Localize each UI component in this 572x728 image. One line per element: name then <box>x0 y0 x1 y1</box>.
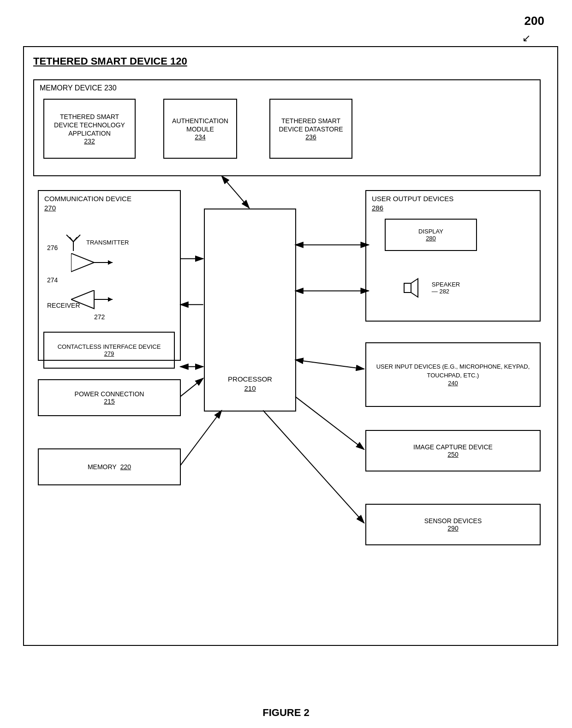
tethered-smart-device-title: TETHERED SMART DEVICE 120 <box>33 55 187 67</box>
processor-num: 210 <box>205 384 295 392</box>
receiver-triangle <box>71 290 113 313</box>
svg-line-16 <box>222 176 250 208</box>
power-label: POWER CONNECTION <box>75 390 144 398</box>
memory220-label: MEMORY <box>88 463 117 471</box>
image-capture-label: IMAGE CAPTURE DEVICE <box>413 443 493 451</box>
display-num: 280 <box>426 235 436 242</box>
svg-line-21 <box>180 411 222 466</box>
svg-marker-10 <box>108 297 113 302</box>
processor-label: PROCESSOR <box>205 375 295 383</box>
contactless-num: 279 <box>104 350 114 357</box>
transmitter-triangle <box>71 253 113 276</box>
processor-box: PROCESSOR 210 <box>204 209 296 412</box>
user-input-inner: USER INPUT DEVICES (E.G., MICROPHONE, KE… <box>366 343 540 406</box>
label-274: 274 <box>47 276 58 284</box>
display-label: DISPLAY <box>418 228 443 235</box>
speaker-area: SPEAKER — 282 <box>385 267 477 309</box>
user-input-box: USER INPUT DEVICES (E.G., MICROPHONE, KE… <box>365 342 541 407</box>
svg-marker-8 <box>71 290 94 309</box>
user-output-label: USER OUTPUT DEVICES <box>372 195 453 203</box>
memory-device-box: MEMORY DEVICE 230 TETHERED SMART DEVICE … <box>33 79 541 176</box>
svg-line-20 <box>180 378 203 397</box>
page-container: 200 ↙ TETHERED SMART DEVICE 120 MEMORY D… <box>9 9 563 728</box>
sensor-label: SENSOR DEVICES <box>424 517 482 525</box>
power-num: 215 <box>104 398 114 405</box>
auth-num: 234 <box>195 133 205 141</box>
display-box: DISPLAY 280 <box>385 219 477 251</box>
contactless-box: CONTACTLESS INTERFACE DEVICE 279 <box>43 332 175 369</box>
contactless-label: CONTACTLESS INTERFACE DEVICE <box>58 343 161 350</box>
svg-line-3 <box>70 237 73 242</box>
memory220-inner: MEMORY 220 <box>39 449 180 484</box>
user-input-label: USER INPUT DEVICES (E.G., MICROPHONE, KE… <box>370 363 536 379</box>
comm-num: 270 <box>44 204 56 212</box>
svg-line-24 <box>263 411 364 523</box>
image-capture-inner: IMAGE CAPTURE DEVICE 250 <box>366 431 540 471</box>
memory-device-label: MEMORY DEVICE 230 <box>40 84 117 92</box>
speaker-num: 282 <box>439 288 449 295</box>
auth-box: AUTHENTICATION MODULE 234 <box>163 99 237 159</box>
image-capture-num: 250 <box>447 451 458 458</box>
app-num: 232 <box>84 137 95 145</box>
label-276: 276 <box>47 244 58 251</box>
memory220-box: MEMORY 220 <box>38 448 181 485</box>
datastore-box: TETHERED SMART DEVICE DATASTORE 236 <box>269 99 352 159</box>
figure-label: FIGURE 2 <box>9 707 563 719</box>
comm-device-label: COMMUNICATION DEVICE <box>44 195 131 203</box>
svg-line-4 <box>73 237 77 242</box>
speaker-num-label: — 282 <box>432 288 460 295</box>
user-output-num: 286 <box>372 204 383 212</box>
app-label: TETHERED SMART DEVICE TECHNOLOGY APPLICA… <box>48 113 131 138</box>
speaker-label: SPEAKER <box>432 281 460 288</box>
svg-marker-12 <box>411 279 418 297</box>
antenna-icon <box>64 233 83 251</box>
power-box: POWER CONNECTION 215 <box>38 379 181 416</box>
svg-line-22 <box>295 360 364 369</box>
svg-rect-11 <box>404 283 411 292</box>
figure-number-arrow: ↙ <box>522 32 530 44</box>
app-box: TETHERED SMART DEVICE TECHNOLOGY APPLICA… <box>43 99 136 159</box>
sensor-inner: SENSOR DEVICES 290 <box>366 505 540 544</box>
transmitter-label: TRANSMITTER <box>86 239 129 246</box>
sensor-box: SENSOR DEVICES 290 <box>365 504 541 545</box>
comm-device-box: COMMUNICATION DEVICE 270 276 TRANSMITTER <box>38 190 181 361</box>
memory220-num: 220 <box>120 463 131 471</box>
svg-marker-7 <box>108 260 113 265</box>
datastore-label: TETHERED SMART DEVICE DATASTORE <box>274 117 348 133</box>
image-capture-box: IMAGE CAPTURE DEVICE 250 <box>365 430 541 471</box>
auth-label: AUTHENTICATION MODULE <box>168 117 232 133</box>
outer-diagram-box: TETHERED SMART DEVICE 120 MEMORY DEVICE … <box>23 46 558 646</box>
figure-number: 200 <box>524 14 544 28</box>
power-inner: POWER CONNECTION 215 <box>39 380 180 415</box>
user-input-num: 240 <box>448 380 458 387</box>
user-output-box: USER OUTPUT DEVICES 286 DISPLAY 280 SPEA… <box>365 190 541 322</box>
svg-marker-5 <box>71 253 94 272</box>
datastore-num: 236 <box>305 133 316 141</box>
label-272: 272 <box>94 313 105 321</box>
sensor-num: 290 <box>447 525 458 532</box>
svg-line-23 <box>295 397 364 450</box>
speaker-icon <box>402 276 425 299</box>
